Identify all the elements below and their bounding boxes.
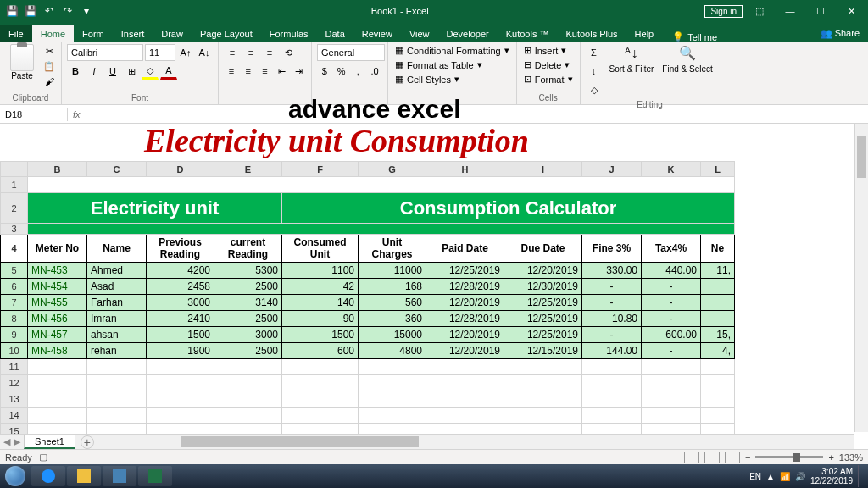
row-header[interactable]: 14	[1, 408, 28, 424]
cell[interactable]	[214, 375, 282, 391]
cell[interactable]: 12/20/2019	[426, 327, 504, 343]
horizontal-scrollbar[interactable]	[170, 434, 854, 449]
cell[interactable]: 1100	[282, 263, 359, 279]
cell[interactable]	[87, 408, 147, 424]
tab-page-layout[interactable]: Page Layout	[192, 25, 261, 42]
cell[interactable]	[582, 391, 642, 408]
cell[interactable]: 12/28/2019	[426, 279, 504, 295]
tray-clock[interactable]: 3:02 AM 12/22/2019	[810, 467, 853, 485]
col-header[interactable]: C	[87, 162, 147, 177]
cell[interactable]: Farhan	[87, 295, 147, 311]
scroll-thumb[interactable]	[857, 136, 866, 178]
cell[interactable]: -	[642, 343, 701, 359]
find-select-button[interactable]: 🔍Find & Select	[660, 44, 714, 98]
cell[interactable]: 1500	[147, 327, 214, 343]
table-header-cell[interactable]: Previous Reading	[147, 235, 214, 263]
cell[interactable]: 11000	[359, 263, 426, 279]
cell[interactable]	[504, 391, 582, 408]
cell[interactable]	[147, 408, 214, 424]
zoom-out-icon[interactable]: −	[745, 452, 750, 463]
cell[interactable]	[28, 408, 87, 424]
conditional-formatting-button[interactable]: ▦ Conditional Formatting ▾	[393, 44, 511, 57]
col-header[interactable]: L	[701, 162, 735, 177]
increase-font-icon[interactable]: A↑	[177, 44, 194, 61]
table-header-cell[interactable]: Paid Date	[426, 235, 504, 263]
row-header[interactable]: 10	[1, 343, 28, 359]
cell[interactable]: MN-453	[28, 263, 87, 279]
cell[interactable]	[282, 391, 359, 408]
cell[interactable]: 2500	[214, 311, 282, 327]
cell[interactable]: 10.80	[582, 311, 642, 327]
tab-help[interactable]: Help	[626, 25, 663, 42]
cell[interactable]	[426, 391, 504, 408]
cell[interactable]: Imran	[87, 311, 147, 327]
cell[interactable]: -	[582, 295, 642, 311]
decrease-font-icon[interactable]: A↓	[196, 44, 213, 61]
font-color-icon[interactable]: A	[160, 63, 177, 80]
zoom-in-icon[interactable]: +	[828, 452, 833, 463]
cell[interactable]: 42	[282, 279, 359, 295]
cell[interactable]: 12/25/2019	[504, 327, 582, 343]
autosum-icon[interactable]: Σ	[586, 44, 603, 61]
percent-icon[interactable]: %	[334, 63, 349, 80]
normal-view-icon[interactable]	[684, 452, 699, 463]
cell[interactable]: 12/28/2019	[426, 311, 504, 327]
table-header-cell[interactable]: Fine 3%	[582, 235, 642, 263]
cell[interactable]: 12/25/2019	[504, 311, 582, 327]
row-header[interactable]: 13	[1, 391, 28, 408]
tray-volume-icon[interactable]: 🔊	[795, 472, 805, 481]
zoom-slider[interactable]	[755, 456, 823, 458]
cell[interactable]: 440.00	[642, 263, 701, 279]
maximize-icon[interactable]: ☐	[807, 1, 834, 21]
row-header[interactable]: 6	[1, 279, 28, 295]
indent-inc-icon[interactable]: ⇥	[291, 63, 306, 80]
cell[interactable]	[147, 375, 214, 391]
cell[interactable]	[504, 359, 582, 375]
taskbar-app-icon[interactable]	[103, 466, 136, 486]
close-icon[interactable]: ✕	[837, 1, 865, 21]
align-center-icon[interactable]: ≡	[241, 63, 256, 80]
cell[interactable]	[426, 375, 504, 391]
cell[interactable]	[642, 375, 701, 391]
cell[interactable]: 4200	[147, 263, 214, 279]
fx-icon[interactable]: fx	[68, 109, 86, 119]
cell[interactable]: 330.00	[582, 263, 642, 279]
align-bottom-icon[interactable]: ≡	[261, 44, 278, 61]
cell[interactable]	[642, 359, 701, 375]
cell[interactable]: 12/25/2019	[504, 295, 582, 311]
undo-icon[interactable]: ↶	[41, 3, 58, 19]
copy-icon[interactable]: 📋	[42, 59, 56, 73]
insert-cells-button[interactable]: ⊞ Insert ▾	[522, 44, 575, 57]
tab-developer[interactable]: Developer	[438, 25, 498, 42]
page-break-view-icon[interactable]	[725, 452, 740, 463]
format-cells-button[interactable]: ⊡ Format ▾	[522, 73, 575, 86]
share-button[interactable]: 👥 Share	[812, 25, 868, 42]
col-header[interactable]: G	[359, 162, 426, 177]
table-header-cell[interactable]: Meter No	[28, 235, 87, 263]
cell[interactable]	[147, 391, 214, 408]
tab-review[interactable]: Review	[353, 25, 401, 42]
row-header[interactable]: 5	[1, 263, 28, 279]
row-header[interactable]: 9	[1, 327, 28, 343]
cell[interactable]: ahsan	[87, 327, 147, 343]
cell[interactable]	[582, 375, 642, 391]
cell[interactable]: 600	[282, 343, 359, 359]
increase-decimal-icon[interactable]: .0	[367, 63, 382, 80]
start-button[interactable]	[0, 464, 31, 488]
cell[interactable]	[426, 408, 504, 424]
font-name-combo[interactable]: Calibri	[67, 44, 143, 61]
cell[interactable]: 168	[359, 279, 426, 295]
col-header[interactable]: F	[282, 162, 359, 177]
row-header[interactable]: 7	[1, 295, 28, 311]
cell[interactable]	[87, 359, 147, 375]
number-format-combo[interactable]: General	[317, 44, 385, 61]
cell[interactable]	[282, 408, 359, 424]
sheet-title-right[interactable]: Consumption Calculator	[282, 193, 735, 224]
cell[interactable]: 3140	[214, 295, 282, 311]
cell[interactable]	[701, 311, 735, 327]
cell[interactable]: 12/15/2019	[504, 343, 582, 359]
tab-file[interactable]: File	[0, 25, 32, 42]
minimize-icon[interactable]: —	[776, 1, 804, 21]
taskbar-ie-icon[interactable]	[31, 466, 65, 486]
clear-icon[interactable]: ◇	[586, 81, 603, 98]
